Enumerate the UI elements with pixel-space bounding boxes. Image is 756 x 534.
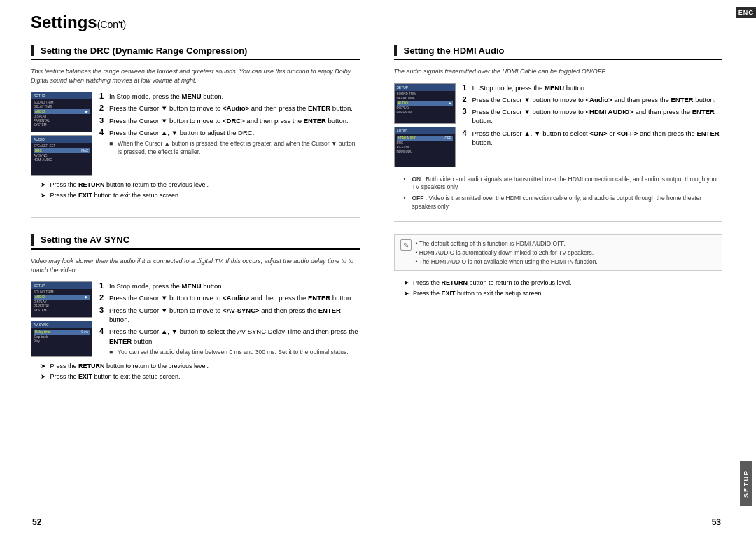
- hdmi-on-note-text: ON : Both video and audio signals are tr…: [412, 176, 723, 192]
- hdmi-section-title: Setting the HDMI Audio: [394, 45, 723, 60]
- av-exit-line: ➤ Press the EXIT button to exit the setu…: [41, 372, 360, 381]
- screen-row: AUDIO▶: [34, 295, 90, 300]
- right-column: Setting the HDMI Audio The audio signals…: [394, 45, 723, 510]
- drc-screen1-header: SETUP: [31, 92, 92, 99]
- screen-row: SOUND TRIM: [397, 92, 453, 96]
- drc-section: Setting the DRC (Dynamic Range Compressi…: [31, 45, 360, 200]
- title-sub: (Con't): [97, 19, 127, 30]
- left-margin: [0, 0, 20, 534]
- hdmi-on-note: • ON : Both video and audio signals are …: [404, 176, 723, 192]
- screen-row: SPEAKER SET: [34, 144, 90, 148]
- screen-row: DISPLAY: [34, 300, 90, 304]
- av-sync-note-text: You can set the audio delay time between…: [118, 349, 349, 357]
- right-margin: ENG SETUP: [736, 0, 756, 534]
- screen-row: Delay time0 ms: [34, 330, 90, 335]
- title-bar-icon-2: [31, 234, 34, 246]
- hdmi-screen-2: AUDIO HDMI AUDIOOFF DRC AV-SYNC HDMI-DDC: [394, 127, 456, 167]
- drc-section-title: Setting the DRC (Dynamic Range Compressi…: [31, 45, 360, 60]
- hdmi-step-2: 2 Press the Cursor ▼ button to move to <…: [463, 95, 723, 104]
- column-divider: [377, 45, 377, 510]
- av-sync-section-title: Setting the AV SYNC: [31, 234, 360, 250]
- av-step-3: 3 Press the Cursor ▼ button to move to <…: [99, 306, 360, 325]
- screen-row: DELAY TIME: [34, 105, 90, 108]
- av-return-instructions: ➤ Press the RETURN button to return to t…: [31, 361, 360, 381]
- av-step-2: 2 Press the Cursor ▼ button to move to <…: [99, 293, 360, 302]
- screen-row: DELAY TIME: [397, 97, 453, 100]
- main-content: Settings (Con't) Setting the DRC (Dynami…: [20, 0, 736, 534]
- screen-row: SOUND TRIM: [34, 101, 90, 104]
- screen-row: HDMI AUDIOOFF: [397, 136, 453, 141]
- hdmi-exit-line: ➤ Press the EXIT button to exit the setu…: [404, 288, 723, 298]
- drc-return-instructions: ➤ Press the RETURN button to return to t…: [31, 180, 360, 200]
- screen-row: Step back: [34, 335, 90, 339]
- section-divider-1: [31, 217, 360, 218]
- hdmi-steps-list: 1 In Stop mode, press the MENU button. 2…: [463, 83, 723, 167]
- drc-screen2-body: SPEAKER SET DRCMAX AV-SYNC HDMI AUDIO: [31, 143, 92, 175]
- screen-row: DISPLAY: [34, 115, 90, 118]
- hdmi-step-4: 4 Press the Cursor ▲, ▼ button to select…: [463, 129, 723, 148]
- av-step-1: 1 In Stop mode, press the MENU button.: [99, 281, 360, 290]
- drc-exit-line: ➤ Press the EXIT button to exit the setu…: [41, 190, 360, 200]
- left-column: Setting the DRC (Dynamic Range Compressi…: [31, 45, 360, 510]
- drc-steps-container: SETUP SOUND TRIM DELAY TIME AUDIO▶ DISPL…: [31, 92, 360, 176]
- page-num-right: 53: [712, 517, 721, 527]
- drc-screen-1: SETUP SOUND TRIM DELAY TIME AUDIO▶ DISPL…: [31, 92, 92, 132]
- av-sync-section: Setting the AV SYNC Video may look slowe…: [31, 234, 360, 381]
- hdmi-screen2-body: HDMI AUDIOOFF DRC AV-SYNC HDMI-DDC: [395, 134, 455, 167]
- screen-row: PARENTAL: [34, 304, 90, 308]
- page-num-left: 52: [32, 517, 41, 527]
- drc-screen1-body: SOUND TRIM DELAY TIME AUDIO▶ DISPLAY PAR…: [31, 99, 92, 132]
- av-screen2-header: AV SYNC: [31, 321, 92, 328]
- title-bar-icon: [31, 45, 34, 56]
- hdmi-steps-container: SETUP SOUND TRIM DELAY TIME AUDIO▶ DISPL…: [394, 83, 723, 167]
- hdmi-screen1-body: SOUND TRIM DELAY TIME AUDIO▶ DISPLAY PAR…: [395, 91, 455, 123]
- title-main: Settings: [31, 13, 97, 32]
- hdmi-info-note-3: • The HDMI AUDIO is not available when u…: [416, 258, 598, 267]
- drc-screen2-header: AUDIO: [31, 136, 92, 143]
- hdmi-return-instructions: ➤ Press the RETURN button to return to t…: [394, 278, 723, 298]
- av-screen-2: AV SYNC Delay time0 ms Step back Play: [31, 321, 92, 357]
- hdmi-screen1-header: SETUP: [395, 84, 455, 91]
- hdmi-info-text: • The default setting of this function i…: [416, 239, 598, 266]
- hdmi-inner-divider: [394, 221, 723, 222]
- screen-row-drc: DRCMAX: [34, 148, 90, 153]
- drc-screen-images: SETUP SOUND TRIM DELAY TIME AUDIO▶ DISPL…: [31, 92, 94, 176]
- hdmi-section: Setting the HDMI Audio The audio signals…: [394, 45, 723, 298]
- hdmi-return-line: ➤ Press the RETURN button to return to t…: [404, 278, 723, 288]
- page-title: Settings (Con't): [31, 13, 722, 32]
- av-screen-1: SETUP SOUND TRIM AUDIO▶ DISPLAY PARENTAL…: [31, 281, 92, 318]
- drc-step-4: 4 Press the Cursor ▲, ▼ button to adjust…: [99, 128, 360, 137]
- drc-step-2: 2 Press the Cursor ▼ button to move to <…: [99, 104, 360, 113]
- hdmi-info-note-2: • HDMI AUDIO is automatically down-mixed…: [416, 248, 598, 258]
- screen-row: HDMI-DDC: [397, 150, 453, 153]
- av-step-4: 4 Press the Cursor ▲, ▼ button to select…: [99, 327, 360, 346]
- screen-row: AUDIO▶: [397, 101, 453, 106]
- screen-row: SOUND TRIM: [34, 290, 90, 294]
- screen-row-audio: AUDIO▶: [34, 109, 90, 114]
- content-columns: Setting the DRC (Dynamic Range Compressi…: [31, 45, 722, 510]
- page-container: Settings (Con't) Setting the DRC (Dynami…: [0, 0, 756, 534]
- screen-row: SYSTEM: [34, 309, 90, 312]
- screen-row: DISPLAY: [397, 106, 453, 110]
- info-icon: ✎: [400, 239, 412, 251]
- av-sync-steps-container: SETUP SOUND TRIM AUDIO▶ DISPLAY PARENTAL…: [31, 281, 360, 357]
- av-sync-screen-images: SETUP SOUND TRIM AUDIO▶ DISPLAY PARENTAL…: [31, 281, 94, 357]
- av-screen2-body: Delay time0 ms Step back Play: [31, 328, 92, 356]
- drc-note: ■ When the Cursor ▲ button is pressed, t…: [99, 140, 360, 157]
- hdmi-screen-1: SETUP SOUND TRIM DELAY TIME AUDIO▶ DISPL…: [394, 83, 456, 124]
- av-sync-note: ■ You can set the audio delay time betwe…: [99, 349, 360, 357]
- title-bar-icon-3: [394, 45, 397, 56]
- drc-title-text: Setting the DRC (Dynamic Range Compressi…: [41, 45, 247, 56]
- av-return-line: ➤ Press the RETURN button to return to t…: [41, 361, 360, 371]
- hdmi-title-text: Setting the HDMI Audio: [404, 45, 505, 56]
- hdmi-off-note-text: OFF : Video is transmitted over the HDMI…: [412, 195, 723, 211]
- drc-return-line: ➤ Press the RETURN button to return to t…: [41, 180, 360, 190]
- hdmi-screen-images: SETUP SOUND TRIM DELAY TIME AUDIO▶ DISPL…: [394, 83, 457, 167]
- hdmi-description: The audio signals transmitted over the H…: [394, 67, 723, 76]
- drc-note-text: When the Cursor ▲ button is pressed, the…: [118, 140, 360, 157]
- screen-row: AV-SYNC: [34, 154, 90, 157]
- drc-steps-list: 1 In Stop mode, press the MENU button. 2…: [99, 92, 360, 176]
- hdmi-on-off-notes: • ON : Both video and audio signals are …: [394, 176, 723, 212]
- screen-row: AV-SYNC: [397, 146, 453, 149]
- setup-badge: SETUP: [740, 461, 752, 506]
